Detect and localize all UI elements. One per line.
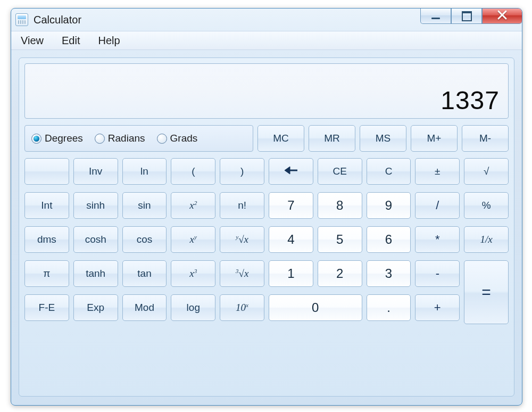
inv-button[interactable]: Inv <box>73 158 118 185</box>
close-button[interactable] <box>482 9 522 24</box>
degrees-label: Degrees <box>45 133 83 144</box>
lparen-button[interactable]: ( <box>171 158 215 185</box>
ln-button[interactable]: ln <box>122 158 167 185</box>
pi-button[interactable]: π <box>24 260 69 287</box>
radio-icon <box>157 134 167 144</box>
int-button[interactable]: Int <box>24 192 69 219</box>
x-pow-y-button[interactable]: xy <box>171 226 215 253</box>
display: 1337 <box>24 63 509 119</box>
mr-button[interactable]: MR <box>309 125 355 152</box>
rparen-button[interactable]: ) <box>220 158 264 185</box>
fe-button[interactable]: F-E <box>24 294 69 321</box>
x-squared-label: x2 <box>189 200 197 211</box>
top-row: Degrees Radians Grads MC MR <box>24 125 509 152</box>
digit-4-button[interactable]: 4 <box>269 226 313 253</box>
radio-icon <box>31 134 41 144</box>
percent-button[interactable]: % <box>464 192 509 219</box>
x-squared-button[interactable]: x2 <box>171 192 215 219</box>
sinh-button[interactable]: sinh <box>73 192 118 219</box>
digit-3-button[interactable]: 3 <box>367 260 411 287</box>
menu-view[interactable]: View <box>18 34 47 48</box>
ms-button[interactable]: MS <box>360 125 406 152</box>
digit-7-button[interactable]: 7 <box>269 192 313 219</box>
digit-2-button[interactable]: 2 <box>318 260 362 287</box>
decimal-button[interactable]: . <box>367 294 411 321</box>
menu-edit[interactable]: Edit <box>59 34 83 48</box>
add-button[interactable]: + <box>415 294 460 321</box>
digit-0-button[interactable]: 0 <box>269 294 362 321</box>
digit-1-button[interactable]: 1 <box>269 260 313 287</box>
ten-pow-x-button[interactable]: 10x <box>220 294 264 321</box>
subtract-button[interactable]: - <box>415 260 460 287</box>
plusminus-button[interactable]: ± <box>415 158 460 185</box>
calculator-window: Calculator View Edit Help 1337 <box>11 8 522 406</box>
c-button[interactable]: C <box>367 158 411 185</box>
mminus-button[interactable]: M- <box>462 125 509 152</box>
exp-button[interactable]: Exp <box>73 294 118 321</box>
cos-button[interactable]: cos <box>122 226 167 253</box>
cosh-button[interactable]: cosh <box>73 226 118 253</box>
calculator-app-icon <box>15 13 28 26</box>
equals-button[interactable]: = <box>464 260 509 324</box>
sin-button[interactable]: sin <box>122 192 167 219</box>
digit-8-button[interactable]: 8 <box>318 192 362 219</box>
radio-icon <box>95 134 105 144</box>
factorial-button[interactable]: n! <box>220 192 264 219</box>
multiply-button[interactable]: * <box>415 226 460 253</box>
client-area: 1337 Degrees Radians <box>11 50 522 405</box>
svg-marker-1 <box>285 167 290 174</box>
y-root-x-button[interactable]: y√x <box>220 226 264 253</box>
mc-button[interactable]: MC <box>257 125 304 152</box>
keypad: Inv ln ( ) CE C ± √ Int sinh sin x2 <box>24 158 509 391</box>
digit-6-button[interactable]: 6 <box>367 226 411 253</box>
y-root-x-label: y√x <box>236 234 248 245</box>
cube-root-button[interactable]: 3√x <box>220 260 264 287</box>
x-cubed-button[interactable]: x3 <box>171 260 215 287</box>
log-button[interactable]: log <box>171 294 215 321</box>
titlebar: Calculator <box>11 9 522 31</box>
divide-button[interactable]: / <box>415 192 460 219</box>
tanh-button[interactable]: tanh <box>73 260 118 287</box>
reciprocal-button[interactable]: 1/x <box>464 226 509 253</box>
calculator-panel: 1337 Degrees Radians <box>19 57 514 397</box>
ten-pow-x-label: 10x <box>236 302 248 314</box>
backspace-icon <box>284 165 298 178</box>
tan-button[interactable]: tan <box>122 260 167 287</box>
reciprocal-label: 1/x <box>480 234 492 245</box>
menu-help[interactable]: Help <box>95 34 123 48</box>
mod-button[interactable]: Mod <box>122 294 167 321</box>
x-cubed-label: x3 <box>189 268 197 279</box>
menubar: View Edit Help <box>11 31 522 50</box>
radians-label: Radians <box>108 133 145 144</box>
degrees-radio[interactable]: Degrees <box>31 133 83 144</box>
angle-mode-group: Degrees Radians Grads <box>24 125 253 152</box>
close-icon <box>496 9 508 23</box>
dms-button[interactable]: dms <box>24 226 69 253</box>
backspace-button[interactable] <box>269 158 313 185</box>
memory-buttons: MC MR MS M+ M- <box>257 125 509 152</box>
maximize-button[interactable] <box>451 9 482 24</box>
digit-9-button[interactable]: 9 <box>367 192 411 219</box>
sqrt-button[interactable]: √ <box>464 158 509 185</box>
minimize-icon <box>431 18 440 19</box>
radians-radio[interactable]: Radians <box>95 133 145 144</box>
grads-radio[interactable]: Grads <box>157 133 198 144</box>
cube-root-label: 3√x <box>236 268 249 279</box>
digit-5-button[interactable]: 5 <box>318 226 362 253</box>
blank-button[interactable] <box>24 158 69 185</box>
window-buttons <box>420 9 522 31</box>
window-title: Calculator <box>34 14 81 26</box>
ce-button[interactable]: CE <box>318 158 362 185</box>
grads-label: Grads <box>170 133 198 144</box>
minimize-button[interactable] <box>420 9 451 24</box>
display-value: 1337 <box>440 86 500 115</box>
mplus-button[interactable]: M+ <box>411 125 458 152</box>
x-pow-y-label: xy <box>190 234 197 245</box>
maximize-icon <box>462 11 472 21</box>
